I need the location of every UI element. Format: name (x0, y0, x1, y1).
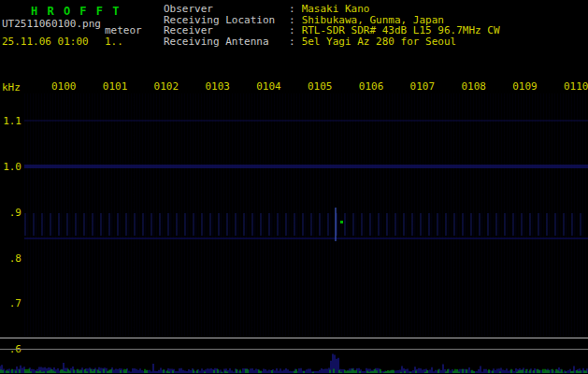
info-separator: : (289, 36, 295, 48)
info-value: 5el Yagi Az 280 for Seoul (302, 36, 457, 48)
info-label: Observer (164, 4, 289, 15)
hrofft-output: H R O F F T UT2511060100.png meteor 25.1… (0, 0, 588, 374)
spectrogram-plot (24, 94, 588, 338)
time-tick-label: 0109 (512, 80, 538, 93)
info-row-antenna: Receiving Antenna:5el Yagi Az 280 for Se… (164, 36, 500, 48)
time-tick-label: 0108 (461, 80, 486, 93)
time-tick-label: 0105 (308, 80, 333, 93)
noise-level-trace (0, 350, 588, 374)
app-title: H R O F F T (31, 5, 121, 18)
time-tick-label: 0100 (51, 80, 77, 93)
noise-band-1p1khz (24, 120, 588, 122)
noise-trace-blue (0, 353, 587, 373)
level-strip-top-line (0, 338, 588, 338)
time-tick-label: 0110 (564, 80, 588, 93)
freq-tick-label: .7 (1, 297, 22, 309)
info-separator: : (289, 25, 295, 36)
time-tick-label: 0103 (205, 80, 230, 93)
time-tick-label: 0107 (410, 80, 436, 93)
info-label: Receiving Antenna (164, 36, 289, 48)
noise-band-1khz (24, 165, 588, 168)
noise-line-0p87khz (24, 237, 588, 239)
freq-tick-label: .8 (1, 252, 22, 265)
time-tick-label: 0101 (103, 80, 128, 93)
weak-echo-dot (340, 221, 343, 223)
noise-band-0p9khz (24, 213, 588, 236)
time-tick-label: 0102 (154, 80, 179, 93)
time-axis: 0100010101020103010401050106010701080109… (0, 80, 588, 92)
info-separator: : (289, 4, 295, 15)
freq-tick-label: .9 (1, 207, 22, 219)
freq-tick-label: 1.1 (1, 115, 22, 127)
freq-tick-label: 1.0 (1, 161, 22, 173)
weak-echo-streak (335, 208, 337, 241)
time-tick-label: 0106 (359, 80, 384, 93)
station-info: Observer:Masaki Kano Receiving Location:… (164, 4, 500, 47)
frequency-axis: 1.11.0.9.8.7.6 (0, 0, 22, 374)
time-tick-label: 0104 (256, 80, 281, 93)
echo-counter: 1.. (105, 36, 123, 48)
info-label: Receiver (164, 25, 289, 36)
